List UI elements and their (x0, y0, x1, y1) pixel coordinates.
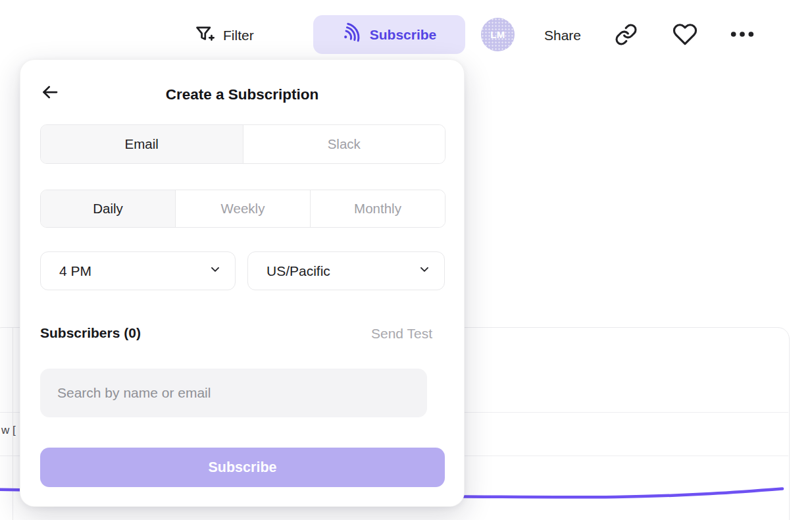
subscribe-label: Subscribe (370, 27, 437, 43)
share-button[interactable]: Share (544, 20, 581, 51)
chevron-down-icon (418, 263, 431, 279)
timezone-select-value: US/Pacific (266, 263, 330, 279)
filter-button[interactable]: Filter (194, 20, 254, 51)
filter-plus-icon (194, 24, 215, 47)
occluded-background-text: w [ (1, 424, 16, 437)
copy-link-button[interactable] (615, 20, 638, 51)
send-test-button[interactable]: Send Test (371, 326, 432, 342)
create-subscription-modal: Create a Subscription Email Slack Daily … (20, 59, 465, 507)
channel-tabs: Email Slack (40, 124, 445, 164)
tab-email[interactable]: Email (41, 125, 243, 163)
more-menu-button[interactable] (729, 20, 755, 51)
time-select-value: 4 PM (59, 263, 91, 279)
heart-icon (672, 22, 698, 49)
frequency-tabs: Daily Weekly Monthly (40, 190, 445, 228)
time-select[interactable]: 4 PM (40, 251, 236, 290)
favorite-button[interactable] (672, 20, 698, 51)
ellipsis-icon (729, 21, 755, 50)
tab-daily[interactable]: Daily (41, 190, 175, 227)
subscribers-count-label: Subscribers (0) (40, 325, 141, 341)
tab-weekly[interactable]: Weekly (175, 190, 310, 227)
tab-slack[interactable]: Slack (243, 125, 445, 163)
rss-icon (342, 23, 362, 46)
modal-title: Create a Subscription (20, 86, 464, 103)
avatar[interactable]: LM (481, 18, 515, 51)
link-icon (615, 23, 638, 49)
chevron-down-icon (209, 263, 222, 279)
subscriber-search-input[interactable] (40, 369, 427, 417)
filter-label: Filter (223, 28, 254, 43)
share-label: Share (544, 28, 581, 43)
tab-monthly[interactable]: Monthly (310, 190, 445, 227)
subscribe-button[interactable]: Subscribe (313, 15, 465, 54)
avatar-initials: LM (490, 29, 505, 40)
modal-subscribe-button[interactable]: Subscribe (40, 448, 445, 487)
timezone-select[interactable]: US/Pacific (247, 251, 445, 290)
